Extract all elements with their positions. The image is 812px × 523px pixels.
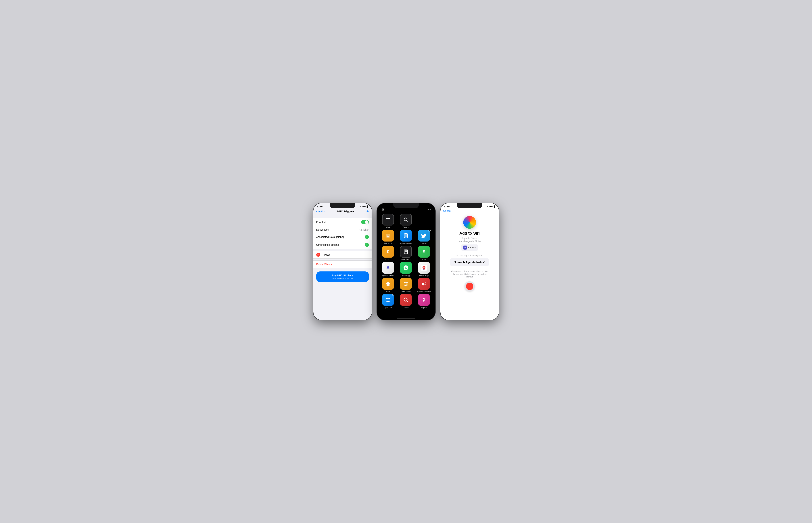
buy-button-title: Buy NFC Stickers — [319, 274, 366, 277]
buy-button[interactable]: Buy NFC Stickers 10% discount unlocked — [316, 271, 369, 282]
whatsapp-label: WhatsApp — [402, 274, 410, 276]
app-home[interactable]: Home — [380, 278, 396, 293]
battery-icon-3: ▊ — [494, 205, 495, 208]
new-show-icon — [382, 230, 394, 241]
app-work[interactable]: Work — [380, 214, 396, 229]
timezones-icon — [400, 278, 412, 290]
siri-title: Add to Siri — [459, 231, 480, 236]
phone-2-frame: ⚙ ✏ Work — [377, 203, 435, 320]
app-agenda[interactable]: A Agenda Notes — [380, 262, 396, 276]
open-url-label: Open URL — [384, 307, 392, 309]
work-label: Work — [386, 227, 390, 229]
enabled-toggle[interactable] — [361, 220, 369, 224]
phone-1-frame: 12:59 ▲ WiFi ▊ < Action NFC Triggers + E… — [313, 203, 372, 320]
wifi-icon: WiFi — [362, 205, 366, 208]
app-search-maps[interactable]: G Search Maps — [416, 262, 433, 276]
phrase-text: "Launch Agenda Notes" — [454, 260, 485, 264]
edit-icon[interactable]: ✏ — [428, 208, 431, 212]
bookmarks-label: Bookmarks — [401, 258, 410, 260]
svg-point-8 — [406, 237, 406, 238]
enabled-label: Enabled — [316, 221, 325, 224]
speakers-label: Speakers Volume — [417, 291, 431, 293]
google-icon — [400, 294, 412, 306]
phones-container: 12:59 ▲ WiFi ▊ < Action NFC Triggers + E… — [313, 203, 499, 320]
siri-app-name: Agenda Notes — [462, 237, 477, 239]
nfc-badge-url: ((•)) — [392, 293, 394, 296]
settings-list: Enabled Description A Sticker Associated… — [313, 218, 372, 249]
phone-3-frame: 12:59 ▲ WiFi ▊ Cancel Add to Siri Agenda… — [440, 203, 499, 320]
apple-frames-label: Apple Frames — [400, 242, 411, 245]
svg-point-4 — [387, 235, 389, 236]
siri-launch-row[interactable]: A Launch — [461, 245, 478, 251]
settings-icon[interactable]: ⚙ — [381, 208, 384, 212]
bookmarks-icon — [400, 246, 412, 257]
nav-bar-1: < Action NFC Triggers + — [313, 209, 372, 215]
linked-actions-row[interactable]: Other linked actions: + — [313, 241, 372, 249]
record-inner — [466, 283, 473, 290]
description-label: Description — [316, 228, 329, 231]
app-playlists[interactable]: Playlists — [416, 294, 433, 309]
app-apple-frames[interactable]: Apple Frames — [398, 230, 414, 245]
svg-point-14 — [423, 267, 425, 268]
agenda-label: Agenda Notes — [382, 274, 394, 276]
associated-data-row[interactable]: Associated Data: [None] + — [313, 233, 372, 241]
twitter-row: − Twitter — [313, 251, 372, 259]
playlists-label: Playlists — [421, 307, 427, 309]
apple-frames-icon — [400, 230, 412, 241]
twitter-label: Twitter — [421, 242, 426, 245]
search-label: Search — [403, 227, 409, 229]
time-1: 12:59 — [317, 205, 323, 208]
delete-label[interactable]: Delete Sticker — [316, 263, 332, 266]
battery-icon: ▊ — [367, 205, 368, 208]
associated-data-label: Associated Data: [None] — [316, 235, 344, 238]
app-twitter[interactable]: ((•)) Twitter — [416, 230, 433, 245]
back-button[interactable]: < Action — [316, 210, 325, 213]
time-3: 12:59 — [444, 205, 450, 208]
speakers-icon — [418, 278, 430, 290]
app-bookmarks[interactable]: Bookmarks — [398, 246, 414, 260]
whatsapp-icon — [400, 262, 412, 274]
app-grid: Work Search — [377, 212, 435, 310]
associated-data-plus[interactable]: + — [365, 235, 369, 239]
siri-action: Launch Agenda Notes — [458, 240, 481, 242]
svg-rect-9 — [404, 250, 408, 254]
search-maps-icon: G — [418, 262, 430, 274]
playlists-icon — [418, 294, 430, 306]
home-indicator-3 — [460, 318, 479, 319]
google-label: Google — [403, 307, 409, 309]
work-icon — [382, 214, 394, 226]
agenda-icon-small: A — [463, 246, 467, 250]
new-show-label: New Show — [384, 242, 392, 245]
app-dollar[interactable]: $ $ → € — [416, 246, 433, 260]
dollar-icon: $ — [418, 246, 430, 257]
euro-icon: € — [382, 246, 394, 257]
add-button[interactable]: + — [367, 210, 369, 213]
timezones-label: Time Zones — [401, 291, 411, 293]
siri-footer: After you record your personalized phras… — [444, 270, 495, 278]
remove-twitter-button[interactable]: − — [316, 253, 320, 257]
linked-actions-plus[interactable]: + — [365, 243, 369, 247]
record-button[interactable] — [464, 281, 475, 291]
buy-button-subtitle: 10% discount unlocked — [319, 277, 366, 279]
app-speakers[interactable]: Speakers Volume — [416, 278, 433, 293]
status-bar-3: 12:59 ▲ WiFi ▊ — [440, 203, 499, 209]
twitter-icon: ((•)) — [418, 230, 430, 241]
app-whatsapp[interactable]: WhatsApp — [398, 262, 414, 276]
cancel-button[interactable]: Cancel — [443, 210, 451, 212]
app-new-show[interactable]: New Show — [380, 230, 396, 245]
signal-icon: ▲ — [359, 205, 361, 208]
agenda-icon: A — [382, 262, 394, 274]
app-euro[interactable]: € € → $ — [380, 246, 396, 260]
description-value: A Sticker — [359, 228, 369, 231]
app-open-url[interactable]: ((•)) Open URL — [380, 294, 396, 309]
status-bar-1: 12:59 ▲ WiFi ▊ — [313, 203, 372, 209]
app-search[interactable]: Search — [398, 214, 414, 229]
wifi-icon-3: WiFi — [489, 205, 493, 208]
enabled-row: Enabled — [313, 218, 372, 227]
delete-row[interactable]: Delete Sticker — [313, 260, 372, 268]
description-row[interactable]: Description A Sticker — [313, 227, 372, 233]
siri-logo — [463, 216, 476, 229]
siri-nav: Cancel — [440, 209, 499, 214]
app-google[interactable]: Google — [398, 294, 414, 309]
app-timezones[interactable]: Time Zones — [398, 278, 414, 293]
